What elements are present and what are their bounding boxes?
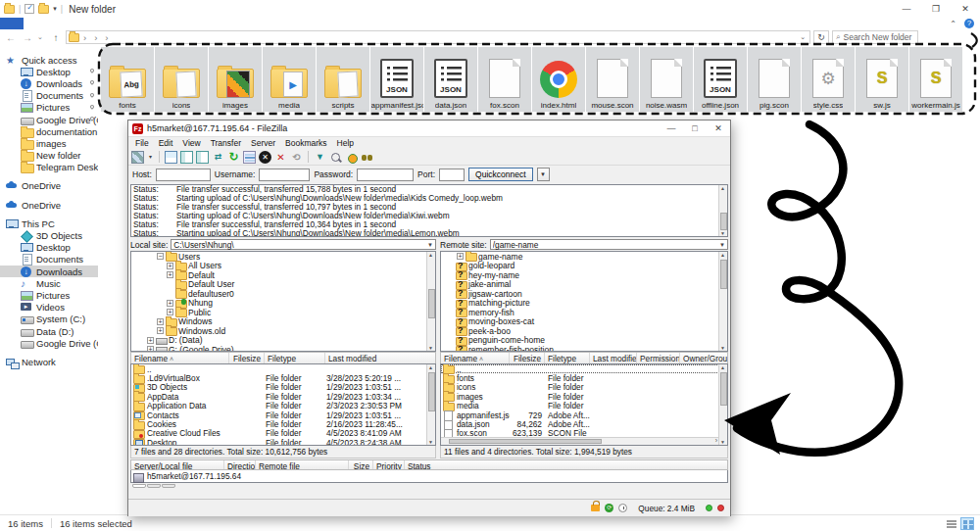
directory-compare-icon[interactable]: ⇄ xyxy=(212,151,224,164)
column-header[interactable]: Permissions xyxy=(637,353,680,363)
column-header[interactable]: Filename xyxy=(441,353,510,363)
file-row[interactable]: Desktop File folder 4/5/2023 8:24:38 AM xyxy=(131,438,435,446)
quickconnect-button[interactable]: Quickconnect xyxy=(468,168,533,181)
scrollbar-thumb[interactable] xyxy=(720,213,727,230)
tree-expander-icon[interactable]: + xyxy=(457,253,464,260)
file-row[interactable]: .Ld9VirtualBox File folder 3/28/2023 5:2… xyxy=(131,373,435,382)
file-row[interactable]: .. xyxy=(131,364,435,373)
cancel-icon[interactable]: ✕ xyxy=(259,151,271,164)
menu-item[interactable]: Edit xyxy=(154,138,178,148)
sidebar-item[interactable]: documentation xyxy=(0,125,98,137)
toggle-log-icon[interactable] xyxy=(165,151,177,164)
synchronized-browsing-icon[interactable] xyxy=(345,151,358,164)
close-button[interactable]: ✕ xyxy=(951,0,980,18)
breadcrumb-item[interactable] xyxy=(79,32,90,43)
sidebar-item[interactable]: System (C:) xyxy=(0,314,98,325)
toggle-local-tree-icon[interactable] xyxy=(180,151,193,164)
properties-icon[interactable] xyxy=(24,4,34,14)
file-tile[interactable]: scripts xyxy=(317,47,369,112)
recent-locations-icon[interactable]: ⌄ xyxy=(37,33,46,41)
tree-item[interactable]: + D: (Data) xyxy=(131,336,435,346)
remote-list-scrollbar[interactable] xyxy=(718,364,727,445)
tree-expander-icon[interactable]: + xyxy=(147,346,154,352)
reconnect-icon[interactable]: ⟲ xyxy=(290,151,303,164)
file-row[interactable]: .. xyxy=(441,364,727,373)
file-tile[interactable]: mouse.scon xyxy=(586,47,639,112)
tree-expander-icon[interactable]: − xyxy=(157,253,164,260)
column-header[interactable]: Owner/Group xyxy=(680,353,727,363)
local-site-combo[interactable]: C:\Users\Nhung\ ▼ xyxy=(171,239,436,250)
ribbon-tab[interactable] xyxy=(71,18,94,29)
tree-expander-icon[interactable]: + xyxy=(167,263,173,269)
file-tile[interactable]: media xyxy=(263,47,316,112)
filter-icon[interactable]: ▼ xyxy=(314,151,326,164)
tree-item[interactable]: jigsaw-cartoon xyxy=(441,289,727,299)
scrollbar-thumb[interactable] xyxy=(720,260,727,289)
queue-column-header[interactable]: Size xyxy=(349,460,373,469)
help-icon[interactable]: ? xyxy=(964,19,974,28)
sidebar-item[interactable]: Telegram Desktop xyxy=(0,162,98,173)
toggle-remote-tree-icon[interactable] xyxy=(196,151,209,164)
tree-item[interactable]: + Public xyxy=(131,308,435,317)
sidebar-item[interactable]: Quick access xyxy=(0,54,98,66)
sidebar-item[interactable]: Google Drive (G:) xyxy=(0,337,98,349)
breadcrumb[interactable]: ⌄ xyxy=(66,30,810,44)
column-header[interactable]: Filename xyxy=(131,353,229,363)
maximize-button[interactable]: □ xyxy=(683,121,707,136)
refresh-icon[interactable]: ↻ xyxy=(227,151,240,164)
site-manager-dropdown-icon[interactable]: ▾ xyxy=(147,151,154,164)
tree-item[interactable]: matching-picture xyxy=(441,299,727,309)
file-row[interactable]: AppData File folder 1/29/2023 1:03:34 ..… xyxy=(131,392,435,401)
search-box[interactable]: ⌕ xyxy=(832,30,918,44)
tree-item[interactable]: jake-animal xyxy=(441,280,727,290)
column-header[interactable]: Last modified xyxy=(325,353,435,363)
disconnect-icon[interactable]: ✕ xyxy=(274,151,287,164)
queue-tab[interactable] xyxy=(147,484,161,488)
breadcrumb-item[interactable] xyxy=(90,32,101,43)
tree-item[interactable]: moving-boxes-cat xyxy=(441,317,727,327)
log-scrollbar[interactable] xyxy=(718,185,727,236)
tree-expander-icon[interactable]: + xyxy=(167,300,173,307)
queue-tab[interactable] xyxy=(132,484,146,488)
ribbon-collapse-icon[interactable]: ⌃ xyxy=(950,20,956,28)
quickconnect-dropdown-icon[interactable]: ▼ xyxy=(537,168,550,181)
file-tile[interactable]: fox.scon xyxy=(478,47,531,112)
tree-item[interactable]: + Windows.old xyxy=(131,326,435,336)
menu-item[interactable]: Transfer xyxy=(206,138,246,148)
scrollbar-thumb[interactable] xyxy=(720,372,727,406)
tree-item[interactable]: + G: (Google Drive) xyxy=(131,345,435,352)
search-input[interactable] xyxy=(843,32,914,42)
sidebar-item[interactable]: Google Drive (G:) xyxy=(0,114,98,125)
file-tile[interactable]: fonts xyxy=(101,47,154,112)
file-row[interactable]: icons File folder xyxy=(441,383,727,392)
file-tile[interactable]: appmanifest.json xyxy=(370,47,423,112)
minimize-button[interactable]: — xyxy=(660,121,683,136)
ribbon-tab[interactable] xyxy=(47,18,71,29)
tree-item[interactable]: memory-fish xyxy=(441,308,727,317)
ribbon-tab[interactable] xyxy=(24,18,47,29)
sidebar-item[interactable]: OneDrive xyxy=(0,180,98,192)
sidebar-item[interactable]: Documents xyxy=(0,90,98,102)
remote-tree-scrollbar[interactable] xyxy=(718,252,727,351)
back-icon[interactable]: ← xyxy=(4,32,18,43)
username-input[interactable] xyxy=(259,169,310,181)
file-row[interactable]: Contacts File folder 1/29/2023 1:03:51 .… xyxy=(131,410,435,419)
file-row[interactable]: images File folder xyxy=(441,392,727,401)
qat-dropdown-icon[interactable]: ▾ xyxy=(53,5,57,13)
forward-icon[interactable]: → xyxy=(21,32,34,43)
scrollbar-thumb[interactable] xyxy=(449,439,602,444)
file-row[interactable]: fonts File folder xyxy=(441,373,727,382)
file-tile[interactable]: noise.wasm xyxy=(640,47,693,112)
sidebar-item[interactable]: Downloads xyxy=(0,266,98,277)
sidebar-item[interactable]: Desktop xyxy=(0,66,98,77)
menu-item[interactable]: View xyxy=(177,138,205,148)
menu-item[interactable]: Bookmarks xyxy=(280,138,332,148)
remote-horizontal-scrollbar[interactable] xyxy=(441,437,718,445)
new-folder-icon[interactable] xyxy=(38,5,49,14)
sidebar-item[interactable]: Music xyxy=(0,277,98,289)
up-icon[interactable]: ↑ xyxy=(49,32,63,43)
queue-column-header[interactable]: Remote file xyxy=(256,460,349,469)
sidebar-item[interactable]: This PC xyxy=(0,217,98,229)
port-input[interactable] xyxy=(439,169,465,181)
password-input[interactable] xyxy=(357,169,414,181)
